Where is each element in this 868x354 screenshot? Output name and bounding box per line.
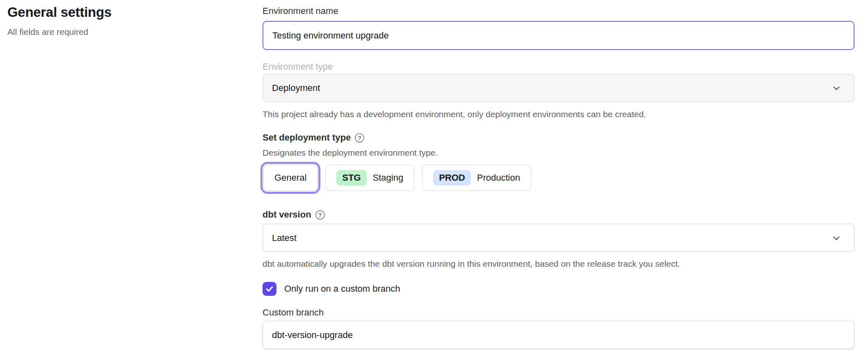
environment-name-input[interactable]	[263, 21, 854, 50]
production-badge: PROD	[433, 170, 471, 186]
chevron-down-icon	[832, 234, 841, 243]
dbt-version-header: dbt version ?	[263, 209, 854, 221]
page-subtitle: All fields are required	[7, 26, 254, 38]
dbt-version-helper: dbt automatically upgrades the dbt versi…	[263, 258, 854, 270]
deployment-type-option-staging[interactable]: STG Staging	[325, 165, 414, 191]
environment-name-label: Environment name	[263, 5, 854, 17]
chevron-down-icon	[832, 84, 841, 93]
dbt-version-select[interactable]: Latest	[263, 224, 854, 252]
deployment-type-option-general[interactable]: General	[263, 165, 318, 191]
environment-type-helper: This project already has a development e…	[263, 109, 854, 120]
deployment-type-option-staging-label: Staging	[373, 172, 404, 183]
dbt-version-value: Latest	[272, 233, 297, 243]
deployment-type-option-general-label: General	[274, 172, 306, 183]
custom-branch-checkbox[interactable]	[263, 282, 276, 296]
checkmark-icon	[265, 285, 274, 293]
environment-type-value: Deployment	[272, 83, 320, 93]
help-icon[interactable]: ?	[355, 133, 364, 143]
deployment-type-header: Set deployment type ?	[263, 132, 854, 144]
deployment-type-options: General STG Staging PROD Production	[263, 162, 854, 194]
custom-branch-toggle-row[interactable]: Only run on a custom branch	[263, 282, 854, 296]
page-title: General settings	[7, 3, 254, 21]
deployment-type-option-production[interactable]: PROD Production	[422, 165, 531, 191]
environment-type-label: Environment type	[263, 61, 854, 73]
help-icon[interactable]: ?	[315, 210, 325, 220]
deployment-type-option-production-label: Production	[477, 172, 520, 183]
deployment-type-helper: Designates the deployment environment ty…	[263, 147, 854, 159]
custom-branch-label: Custom branch	[263, 306, 854, 319]
dbt-version-label: dbt version	[263, 209, 311, 221]
custom-branch-input[interactable]	[263, 321, 854, 349]
custom-branch-toggle-label[interactable]: Only run on a custom branch	[284, 283, 400, 295]
settings-header: General settings All fields are required	[7, 3, 254, 38]
deployment-type-label: Set deployment type	[263, 132, 351, 144]
environment-settings-form: Environment name Environment type Deploy…	[263, 0, 854, 349]
staging-badge: STG	[336, 170, 366, 186]
environment-type-select: Deployment	[263, 74, 854, 102]
